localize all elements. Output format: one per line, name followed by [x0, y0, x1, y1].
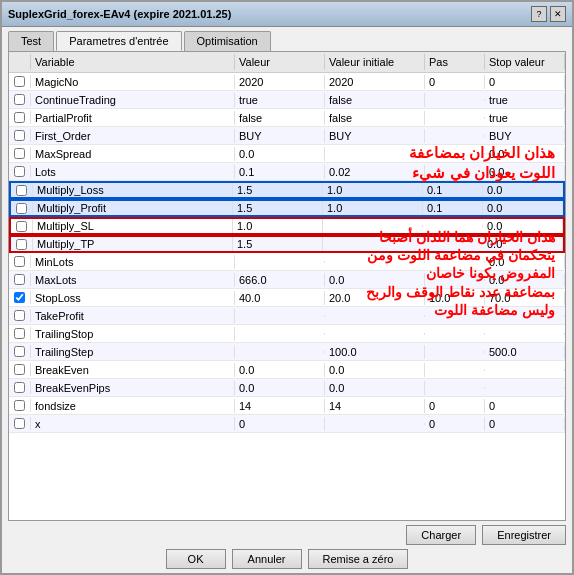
- row-pas: [425, 351, 485, 353]
- tab-parametres[interactable]: Parametres d'entrée: [56, 31, 181, 51]
- row-check[interactable]: [9, 75, 31, 88]
- row-valeur-initiale: BUY: [325, 129, 425, 143]
- row-check[interactable]: [9, 327, 31, 340]
- row-check[interactable]: [11, 202, 33, 215]
- row-check[interactable]: [11, 184, 33, 197]
- row-check[interactable]: [9, 291, 31, 304]
- table-row: x 0 0 0: [9, 415, 565, 433]
- row-check[interactable]: [9, 93, 31, 106]
- remise-zero-button[interactable]: Remise a zéro: [308, 549, 409, 569]
- row-valeur-initiale: [323, 243, 423, 245]
- table-row: PartialProfit false false true: [9, 109, 565, 127]
- row-check[interactable]: [9, 417, 31, 430]
- enregistrer-button[interactable]: Enregistrer: [482, 525, 566, 545]
- table-row: BreakEven 0.0 0.0: [9, 361, 565, 379]
- table-row: TakeProfit: [9, 307, 565, 325]
- table-row: MaxLots 666.0 0.0 0.0: [9, 271, 565, 289]
- ok-button[interactable]: OK: [166, 549, 226, 569]
- row-pas: [425, 333, 485, 335]
- header-valeur: Valeur: [235, 54, 325, 70]
- row-pas: 0: [425, 399, 485, 413]
- table-row: Multiply_Profit 1.5 1.0 0.1 0.0: [9, 199, 565, 217]
- title-bar: SuplexGrid_forex-EAv4 (expire 2021.01.25…: [2, 2, 572, 27]
- row-valeur: 0.0: [235, 147, 325, 161]
- row-check[interactable]: [9, 255, 31, 268]
- charger-button[interactable]: Charger: [406, 525, 476, 545]
- row-valeur: 0.0: [235, 363, 325, 377]
- tab-optimisation[interactable]: Optimisation: [184, 31, 271, 51]
- row-pas: 0: [425, 417, 485, 431]
- confirm-buttons-row: OK Annuler Remise a zéro: [8, 549, 566, 569]
- row-stop-valeur: [485, 387, 565, 389]
- tab-test[interactable]: Test: [8, 31, 54, 51]
- row-variable: Multiply_SL: [33, 219, 233, 233]
- row-check[interactable]: [11, 220, 33, 233]
- row-valeur-initiale: [323, 225, 423, 227]
- row-check[interactable]: [9, 309, 31, 322]
- row-valeur-initiale: 20.0: [325, 291, 425, 305]
- row-valeur: true: [235, 93, 325, 107]
- row-stop-valeur: 0.0: [485, 165, 565, 179]
- row-stop-valeur: 0: [485, 75, 565, 89]
- row-stop-valeur: 0: [485, 399, 565, 413]
- row-check[interactable]: [11, 238, 33, 251]
- row-valeur-initiale: 14: [325, 399, 425, 413]
- row-pas: 0: [425, 75, 485, 89]
- row-pas: [425, 135, 485, 137]
- row-stop-valeur: [485, 315, 565, 317]
- row-variable: PartialProfit: [31, 111, 235, 125]
- row-stop-valeur: 0.0: [483, 201, 563, 215]
- row-check[interactable]: [9, 273, 31, 286]
- row-valeur: [235, 261, 325, 263]
- row-check[interactable]: [9, 363, 31, 376]
- table-row: Multiply_Loss 1.5 1.0 0.1 0.0: [9, 181, 565, 199]
- table-row: ContinueTrading true false true: [9, 91, 565, 109]
- close-button[interactable]: ✕: [550, 6, 566, 22]
- row-valeur-initiale: 2020: [325, 75, 425, 89]
- row-variable: TrailingStop: [31, 327, 235, 341]
- row-stop-valeur: BUY: [485, 129, 565, 143]
- row-check[interactable]: [9, 129, 31, 142]
- annuler-button[interactable]: Annuler: [232, 549, 302, 569]
- row-variable: First_Order: [31, 129, 235, 143]
- row-valeur: 14: [235, 399, 325, 413]
- row-valeur-initiale: [325, 261, 425, 263]
- content-area: Variable Valeur Valeur initiale Pas Stop…: [8, 51, 566, 521]
- help-button[interactable]: ?: [531, 6, 547, 22]
- row-variable: Lots: [31, 165, 235, 179]
- row-stop-valeur: 0.0: [485, 273, 565, 287]
- row-valeur: 1.5: [233, 201, 323, 215]
- row-check[interactable]: [9, 345, 31, 358]
- tabs: Test Parametres d'entrée Optimisation: [2, 27, 572, 51]
- window-title: SuplexGrid_forex-EAv4 (expire 2021.01.25…: [8, 8, 231, 20]
- table-row: MaxSpread 0.0 0.0: [9, 145, 565, 163]
- row-stop-valeur: 0.0: [483, 237, 563, 251]
- table-header: Variable Valeur Valeur initiale Pas Stop…: [9, 52, 565, 73]
- row-stop-valeur: 500.0: [485, 345, 565, 359]
- row-valeur: [235, 333, 325, 335]
- row-valeur-initiale: 0.0: [325, 381, 425, 395]
- row-check[interactable]: [9, 399, 31, 412]
- row-stop-valeur: 0.0: [485, 255, 565, 269]
- row-variable: StopLoss: [31, 291, 235, 305]
- row-variable: ContinueTrading: [31, 93, 235, 107]
- row-valeur-initiale: [325, 333, 425, 335]
- row-valeur-initiale: false: [325, 93, 425, 107]
- row-variable: BreakEvenPips: [31, 381, 235, 395]
- row-check[interactable]: [9, 165, 31, 178]
- row-pas: [425, 315, 485, 317]
- table-row: BreakEvenPips 0.0 0.0: [9, 379, 565, 397]
- row-pas: [423, 243, 483, 245]
- row-stop-valeur: 70.0: [485, 291, 565, 305]
- row-check[interactable]: [9, 381, 31, 394]
- row-stop-valeur: true: [485, 93, 565, 107]
- row-check[interactable]: [9, 147, 31, 160]
- row-valeur: [235, 351, 325, 353]
- row-check[interactable]: [9, 111, 31, 124]
- row-valeur[interactable]: 2020: [235, 75, 325, 89]
- row-valeur: 0.0: [235, 381, 325, 395]
- row-valeur-initiale: [325, 153, 425, 155]
- table-row: Lots 0.1 0.02 0.0: [9, 163, 565, 181]
- row-pas: [425, 99, 485, 101]
- row-pas: [425, 153, 485, 155]
